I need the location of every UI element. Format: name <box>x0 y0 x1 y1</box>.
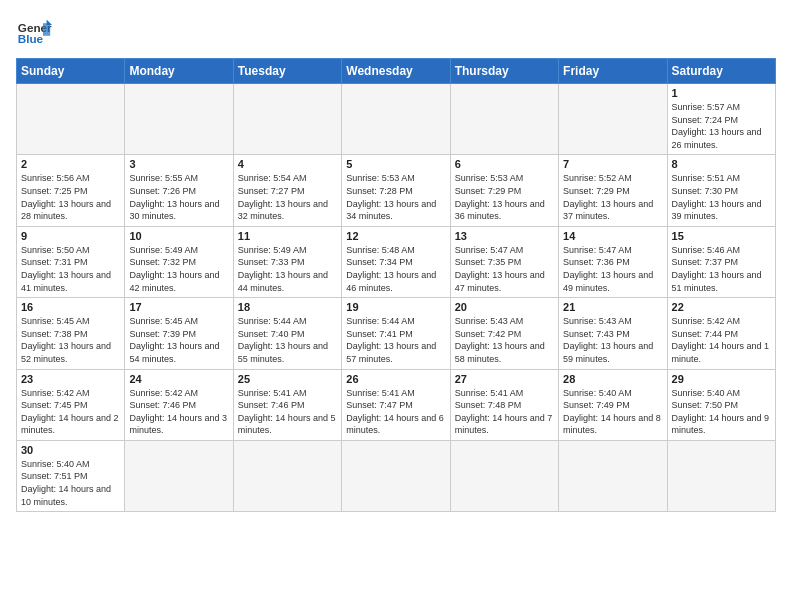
day-info: Sunrise: 5:55 AMSunset: 7:26 PMDaylight:… <box>129 172 228 222</box>
day-number: 8 <box>672 158 771 170</box>
logo-icon: General Blue <box>16 16 52 52</box>
calendar-day-cell <box>125 440 233 511</box>
weekday-header: Sunday <box>17 59 125 84</box>
calendar-day-cell <box>342 84 450 155</box>
weekday-header: Thursday <box>450 59 558 84</box>
day-number: 3 <box>129 158 228 170</box>
day-number: 18 <box>238 301 337 313</box>
calendar-day-cell: 7 Sunrise: 5:52 AMSunset: 7:29 PMDayligh… <box>559 155 667 226</box>
day-info: Sunrise: 5:43 AMSunset: 7:42 PMDaylight:… <box>455 315 554 365</box>
calendar-header-row: SundayMondayTuesdayWednesdayThursdayFrid… <box>17 59 776 84</box>
calendar-day-cell: 12 Sunrise: 5:48 AMSunset: 7:34 PMDaylig… <box>342 226 450 297</box>
day-number: 13 <box>455 230 554 242</box>
calendar-day-cell: 5 Sunrise: 5:53 AMSunset: 7:28 PMDayligh… <box>342 155 450 226</box>
calendar-day-cell: 25 Sunrise: 5:41 AMSunset: 7:46 PMDaylig… <box>233 369 341 440</box>
day-number: 29 <box>672 373 771 385</box>
day-number: 4 <box>238 158 337 170</box>
calendar-day-cell: 20 Sunrise: 5:43 AMSunset: 7:42 PMDaylig… <box>450 298 558 369</box>
day-info: Sunrise: 5:56 AMSunset: 7:25 PMDaylight:… <box>21 172 120 222</box>
day-info: Sunrise: 5:52 AMSunset: 7:29 PMDaylight:… <box>563 172 662 222</box>
calendar-day-cell: 27 Sunrise: 5:41 AMSunset: 7:48 PMDaylig… <box>450 369 558 440</box>
day-number: 28 <box>563 373 662 385</box>
day-info: Sunrise: 5:47 AMSunset: 7:36 PMDaylight:… <box>563 244 662 294</box>
day-info: Sunrise: 5:40 AMSunset: 7:51 PMDaylight:… <box>21 458 120 508</box>
day-number: 15 <box>672 230 771 242</box>
day-info: Sunrise: 5:53 AMSunset: 7:29 PMDaylight:… <box>455 172 554 222</box>
calendar-day-cell: 8 Sunrise: 5:51 AMSunset: 7:30 PMDayligh… <box>667 155 775 226</box>
day-number: 12 <box>346 230 445 242</box>
calendar-day-cell: 13 Sunrise: 5:47 AMSunset: 7:35 PMDaylig… <box>450 226 558 297</box>
calendar-day-cell: 10 Sunrise: 5:49 AMSunset: 7:32 PMDaylig… <box>125 226 233 297</box>
calendar-day-cell <box>450 440 558 511</box>
calendar-day-cell: 19 Sunrise: 5:44 AMSunset: 7:41 PMDaylig… <box>342 298 450 369</box>
day-number: 2 <box>21 158 120 170</box>
calendar-day-cell: 9 Sunrise: 5:50 AMSunset: 7:31 PMDayligh… <box>17 226 125 297</box>
calendar-week-row: 23 Sunrise: 5:42 AMSunset: 7:45 PMDaylig… <box>17 369 776 440</box>
day-info: Sunrise: 5:45 AMSunset: 7:39 PMDaylight:… <box>129 315 228 365</box>
calendar-week-row: 9 Sunrise: 5:50 AMSunset: 7:31 PMDayligh… <box>17 226 776 297</box>
day-info: Sunrise: 5:49 AMSunset: 7:33 PMDaylight:… <box>238 244 337 294</box>
day-number: 5 <box>346 158 445 170</box>
weekday-header: Wednesday <box>342 59 450 84</box>
day-info: Sunrise: 5:51 AMSunset: 7:30 PMDaylight:… <box>672 172 771 222</box>
day-info: Sunrise: 5:50 AMSunset: 7:31 PMDaylight:… <box>21 244 120 294</box>
calendar-table: SundayMondayTuesdayWednesdayThursdayFrid… <box>16 58 776 512</box>
day-number: 16 <box>21 301 120 313</box>
calendar-day-cell: 28 Sunrise: 5:40 AMSunset: 7:49 PMDaylig… <box>559 369 667 440</box>
day-number: 22 <box>672 301 771 313</box>
calendar-day-cell: 14 Sunrise: 5:47 AMSunset: 7:36 PMDaylig… <box>559 226 667 297</box>
page-header: General Blue <box>16 16 776 52</box>
day-number: 17 <box>129 301 228 313</box>
weekday-header: Friday <box>559 59 667 84</box>
calendar-day-cell <box>559 440 667 511</box>
day-info: Sunrise: 5:42 AMSunset: 7:46 PMDaylight:… <box>129 387 228 437</box>
day-info: Sunrise: 5:43 AMSunset: 7:43 PMDaylight:… <box>563 315 662 365</box>
day-info: Sunrise: 5:57 AMSunset: 7:24 PMDaylight:… <box>672 101 771 151</box>
calendar-day-cell: 4 Sunrise: 5:54 AMSunset: 7:27 PMDayligh… <box>233 155 341 226</box>
logo: General Blue <box>16 16 52 52</box>
day-info: Sunrise: 5:44 AMSunset: 7:41 PMDaylight:… <box>346 315 445 365</box>
day-number: 23 <box>21 373 120 385</box>
calendar-day-cell: 26 Sunrise: 5:41 AMSunset: 7:47 PMDaylig… <box>342 369 450 440</box>
day-number: 27 <box>455 373 554 385</box>
day-info: Sunrise: 5:40 AMSunset: 7:49 PMDaylight:… <box>563 387 662 437</box>
day-number: 7 <box>563 158 662 170</box>
weekday-header: Saturday <box>667 59 775 84</box>
day-number: 14 <box>563 230 662 242</box>
calendar-day-cell <box>17 84 125 155</box>
day-number: 19 <box>346 301 445 313</box>
calendar-day-cell: 2 Sunrise: 5:56 AMSunset: 7:25 PMDayligh… <box>17 155 125 226</box>
calendar-day-cell <box>667 440 775 511</box>
day-info: Sunrise: 5:42 AMSunset: 7:45 PMDaylight:… <box>21 387 120 437</box>
calendar-day-cell: 17 Sunrise: 5:45 AMSunset: 7:39 PMDaylig… <box>125 298 233 369</box>
calendar-week-row: 16 Sunrise: 5:45 AMSunset: 7:38 PMDaylig… <box>17 298 776 369</box>
calendar-day-cell: 16 Sunrise: 5:45 AMSunset: 7:38 PMDaylig… <box>17 298 125 369</box>
day-number: 6 <box>455 158 554 170</box>
day-number: 20 <box>455 301 554 313</box>
day-info: Sunrise: 5:44 AMSunset: 7:40 PMDaylight:… <box>238 315 337 365</box>
svg-marker-2 <box>43 23 50 36</box>
day-info: Sunrise: 5:42 AMSunset: 7:44 PMDaylight:… <box>672 315 771 365</box>
day-info: Sunrise: 5:54 AMSunset: 7:27 PMDaylight:… <box>238 172 337 222</box>
calendar-day-cell <box>233 84 341 155</box>
calendar-day-cell: 18 Sunrise: 5:44 AMSunset: 7:40 PMDaylig… <box>233 298 341 369</box>
day-info: Sunrise: 5:49 AMSunset: 7:32 PMDaylight:… <box>129 244 228 294</box>
calendar-day-cell: 1 Sunrise: 5:57 AMSunset: 7:24 PMDayligh… <box>667 84 775 155</box>
calendar-day-cell <box>233 440 341 511</box>
weekday-header: Monday <box>125 59 233 84</box>
day-info: Sunrise: 5:41 AMSunset: 7:47 PMDaylight:… <box>346 387 445 437</box>
day-number: 11 <box>238 230 337 242</box>
day-info: Sunrise: 5:48 AMSunset: 7:34 PMDaylight:… <box>346 244 445 294</box>
day-number: 30 <box>21 444 120 456</box>
calendar-day-cell: 15 Sunrise: 5:46 AMSunset: 7:37 PMDaylig… <box>667 226 775 297</box>
weekday-header: Tuesday <box>233 59 341 84</box>
calendar-day-cell: 3 Sunrise: 5:55 AMSunset: 7:26 PMDayligh… <box>125 155 233 226</box>
day-info: Sunrise: 5:41 AMSunset: 7:46 PMDaylight:… <box>238 387 337 437</box>
calendar-day-cell: 30 Sunrise: 5:40 AMSunset: 7:51 PMDaylig… <box>17 440 125 511</box>
day-number: 1 <box>672 87 771 99</box>
day-number: 26 <box>346 373 445 385</box>
calendar-day-cell: 11 Sunrise: 5:49 AMSunset: 7:33 PMDaylig… <box>233 226 341 297</box>
day-number: 9 <box>21 230 120 242</box>
calendar-day-cell <box>559 84 667 155</box>
calendar-week-row: 1 Sunrise: 5:57 AMSunset: 7:24 PMDayligh… <box>17 84 776 155</box>
